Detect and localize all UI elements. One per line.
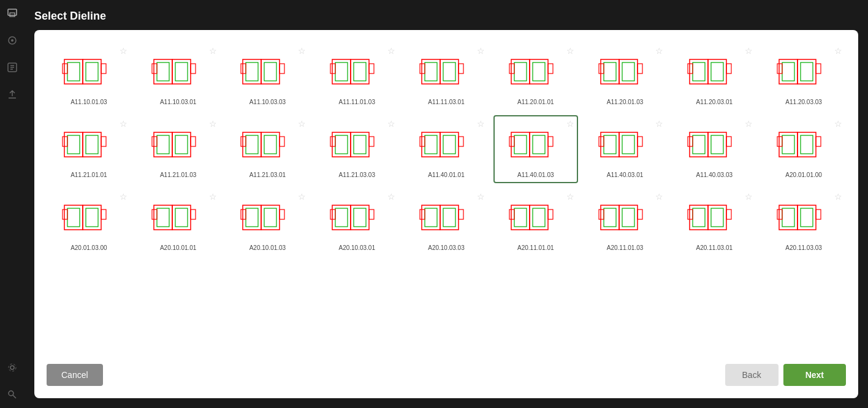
star-icon[interactable]: ☆ [298,46,306,56]
svg-rect-108 [638,137,642,146]
star-icon[interactable]: ☆ [655,119,663,129]
star-icon[interactable]: ☆ [209,192,217,202]
dieline-item[interactable]: ☆A11.11.03.01 [404,42,489,110]
dieline-item[interactable]: ☆A11.10.01.03 [47,42,131,110]
star-icon[interactable]: ☆ [834,46,842,56]
svg-rect-120 [816,137,821,146]
dieline-item[interactable]: ☆A11.40.01.01 [404,115,489,183]
star-icon[interactable]: ☆ [745,119,753,129]
svg-rect-1 [10,13,15,17]
svg-rect-41 [420,64,425,74]
svg-rect-0 [8,9,17,15]
dieline-item[interactable]: ☆A11.21.01.03 [136,115,221,183]
cancel-button[interactable]: Cancel [47,364,103,386]
star-icon[interactable]: ☆ [477,46,485,56]
dieline-item[interactable]: ☆A20.10.01.01 [136,188,221,256]
dieline-preview [773,120,834,169]
dieline-item[interactable]: ☆A20.11.01.03 [583,188,668,256]
dieline-item[interactable]: ☆A11.40.03.03 [672,115,756,183]
sidebar-icon-settings[interactable] [4,359,21,376]
svg-rect-166 [711,208,723,227]
star-icon[interactable]: ☆ [834,119,842,129]
svg-rect-69 [67,135,80,154]
star-icon[interactable]: ☆ [566,192,574,202]
dieline-item[interactable]: ☆A20.01.03.00 [47,188,131,256]
dieline-item[interactable]: ☆A20.11.03.01 [672,188,756,256]
star-icon[interactable]: ☆ [566,119,574,129]
svg-point-11 [9,391,13,396]
star-icon[interactable]: ☆ [298,192,306,202]
dieline-item[interactable]: ☆A11.21.03.01 [226,115,310,183]
svg-rect-101 [509,137,514,146]
star-icon[interactable]: ☆ [745,192,753,202]
sidebar-icon-layers[interactable] [4,32,21,49]
dieline-item[interactable]: ☆A20.10.03.01 [314,188,399,256]
dieline-preview [683,47,745,96]
star-icon[interactable]: ☆ [209,119,217,129]
star-icon[interactable]: ☆ [120,46,128,56]
star-icon[interactable]: ☆ [655,192,663,202]
star-icon[interactable]: ☆ [477,192,485,202]
dieline-label: A11.21.03.03 [338,172,375,178]
dieline-item[interactable]: ☆A20.11.01.01 [493,188,578,256]
sidebar-icon-home[interactable] [4,5,21,22]
dieline-item[interactable]: ☆A11.11.01.03 [314,42,399,110]
back-button[interactable]: Back [725,364,779,386]
svg-rect-35 [330,64,335,74]
svg-rect-27 [246,62,258,81]
sidebar-icon-search[interactable] [4,386,21,403]
dieline-item[interactable]: ☆A11.21.01.01 [47,115,131,183]
star-icon[interactable]: ☆ [387,192,395,202]
svg-rect-129 [157,208,169,227]
dieline-item[interactable]: ☆A11.21.03.03 [314,115,399,183]
svg-rect-30 [280,64,284,74]
dieline-preview [326,193,387,242]
dieline-item[interactable]: ☆A11.40.01.03 [493,115,578,183]
star-icon[interactable]: ☆ [655,46,663,56]
star-icon[interactable]: ☆ [566,46,574,56]
svg-rect-33 [335,62,348,81]
dieline-preview [148,193,209,242]
dieline-preview [595,47,656,96]
dieline-item[interactable]: ☆A20.11.03.03 [761,188,846,256]
dieline-item[interactable]: ☆A20.10.01.03 [226,188,310,256]
dieline-item[interactable]: ☆A11.10.03.01 [136,42,221,110]
svg-rect-78 [191,137,196,146]
svg-rect-76 [175,135,188,154]
svg-rect-168 [726,210,731,219]
svg-rect-106 [622,135,634,154]
star-icon[interactable]: ☆ [387,46,395,56]
svg-rect-130 [175,208,188,227]
star-icon[interactable]: ☆ [387,119,395,129]
dieline-item[interactable]: ☆A11.40.03.01 [583,115,668,183]
dieline-preview [58,193,120,242]
dieline-item[interactable]: ☆A20.01.01.00 [761,115,846,183]
dieline-grid: ☆A11.10.01.03☆A11.10.03.01☆A11.10.03.03☆… [47,42,846,256]
star-icon[interactable]: ☆ [120,119,128,129]
star-icon[interactable]: ☆ [834,192,842,202]
dieline-label: A20.10.01.01 [160,244,197,251]
star-icon[interactable]: ☆ [745,46,753,56]
dieline-preview [148,47,209,96]
svg-rect-99 [514,135,527,154]
dieline-preview [416,47,477,96]
dieline-item[interactable]: ☆A11.10.03.03 [226,42,310,110]
sidebar-icon-upload[interactable] [4,86,21,103]
svg-rect-136 [264,208,276,227]
svg-rect-93 [425,135,437,154]
dieline-item[interactable]: ☆A11.20.03.03 [761,42,846,110]
sidebar-icon-users[interactable] [4,59,21,76]
dieline-item[interactable]: ☆A20.10.03.03 [404,188,489,256]
star-icon[interactable]: ☆ [298,119,306,129]
star-icon[interactable]: ☆ [477,119,485,129]
dieline-item[interactable]: ☆A11.20.03.01 [672,42,756,110]
star-icon[interactable]: ☆ [120,192,128,202]
svg-rect-40 [443,62,455,81]
dieline-label: A20.11.03.03 [785,244,822,251]
next-button[interactable]: Next [783,364,846,386]
dieline-item[interactable]: ☆A11.20.01.01 [493,42,578,110]
dieline-item[interactable]: ☆A11.20.01.03 [583,42,668,110]
star-icon[interactable]: ☆ [209,46,217,56]
dieline-label: A11.20.03.01 [696,99,733,105]
dieline-label: A11.10.03.03 [249,99,286,105]
